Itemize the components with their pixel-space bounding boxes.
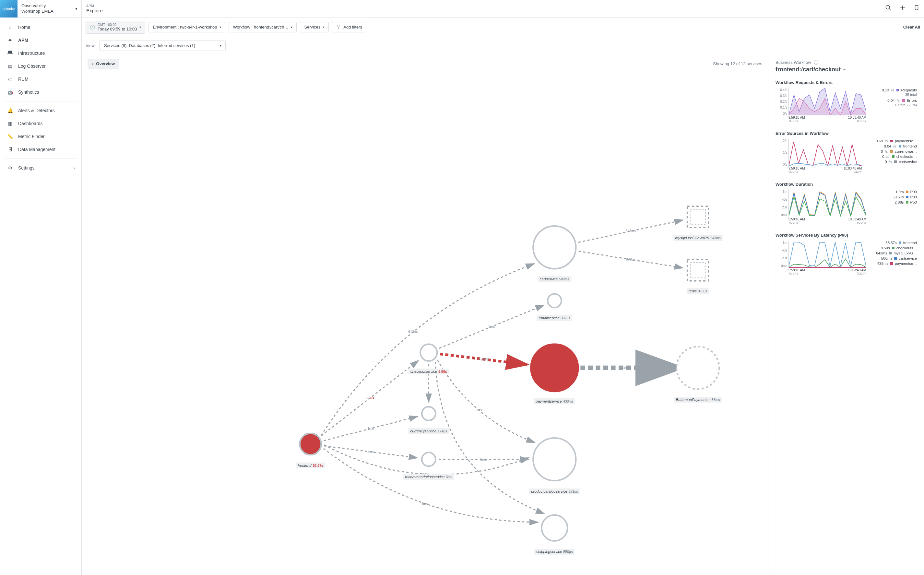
chart-canvas[interactable]: 1m40s20s0ms 9:59:10 AMTODAY 10:03:40 AMT… xyxy=(776,241,866,275)
y-axis: 1m40s20s0ms xyxy=(776,241,787,268)
edge-latency-label: 425ms xyxy=(479,357,489,361)
node-label-recommend: recommendationservice3ms xyxy=(403,474,454,480)
nav-item-alerts[interactable]: 🔔Alerts & Detectors xyxy=(0,104,81,117)
legend-item[interactable]: 0/scartservice xyxy=(865,160,917,164)
time-range: Today 09:59 to 10:03 xyxy=(98,27,137,32)
node-label-cart: cartservice500ms xyxy=(538,276,571,282)
view-select[interactable]: Services (9), Databases (2), Inferred se… xyxy=(99,41,226,51)
chevron-down-icon: ▾ xyxy=(220,44,221,47)
edge-checkout-productcat[interactable] xyxy=(437,360,534,442)
nav-item-apm[interactable]: ✳APM xyxy=(0,34,81,47)
view-select-value: Services (9), Databases (2), Inferred se… xyxy=(104,43,195,48)
environment-filter[interactable]: Environment : rwc-s4r-1-workshop ▾ xyxy=(148,22,225,32)
legend-item[interactable]: 53.57sfrontend xyxy=(869,241,917,245)
dash-icon: ▦ xyxy=(6,121,14,126)
edge-latency-label: 8.50s xyxy=(366,396,374,400)
workflow-filter[interactable]: Workflow : frontend:/cart/ch… ▾ xyxy=(229,22,297,32)
node-label-productcat: productcatalogservice271µs xyxy=(529,488,580,494)
legend-item[interactable]: 8.50scheckouts… xyxy=(869,246,917,250)
splunk-logo[interactable]: splunk> xyxy=(0,0,17,17)
chart-canvas[interactable]: 1m40s20s0ms 9:59:10 AMTODAY 10:03:40 AMT… xyxy=(776,190,866,224)
org-picker[interactable]: Observability Workshop EMEA ▾ xyxy=(17,0,82,17)
node-payment[interactable] xyxy=(532,345,577,391)
nav-item-dash[interactable]: ▦Dashboards xyxy=(0,117,81,130)
info-icon[interactable]: i xyxy=(814,60,818,65)
filter-icon xyxy=(336,24,341,30)
chart-canvas[interactable]: 2/s1/s0/s 9:59:10 AMTODAY 10:03:40 AMTOD… xyxy=(776,139,862,173)
svg-point-0 xyxy=(886,5,890,10)
node-currency[interactable] xyxy=(422,407,436,420)
chart-errsrc: Error Sources in Workflow 2/s1/s0/s 9:59… xyxy=(776,131,917,173)
nav-item-synth[interactable]: 🤖Synthetics xyxy=(0,86,81,98)
chart-title: Workflow Requests & Errors xyxy=(776,80,917,85)
edge-checkout-shipping[interactable] xyxy=(436,362,544,513)
y-axis: 0.4/s0.3/s0.2/s0.1/s0/s xyxy=(776,88,787,115)
showing-count: Showing 12 of 12 services xyxy=(713,61,762,66)
legend-item[interactable]: 53.57sP90 xyxy=(870,195,917,199)
edge-latency-label: 3ms xyxy=(476,408,482,412)
node-recommend[interactable] xyxy=(422,452,436,466)
overview-button[interactable]: ‹ Overview xyxy=(87,59,119,69)
node-label-shipping: shippingservice550µs xyxy=(534,549,574,554)
more-icon[interactable]: ⋯ xyxy=(843,67,846,71)
legend-item[interactable]: 0.04/sfrontend xyxy=(865,144,917,148)
service-map[interactable]: 8.50s613ms1ms4ms934µs4ms3ms425ms3ms643ms… xyxy=(82,70,768,575)
nav-item-label: Dashboards xyxy=(18,121,43,126)
nav-item-datamgmt[interactable]: 🗄Data Management xyxy=(0,143,81,156)
legend-item[interactable]: 500mscartservice xyxy=(869,256,917,260)
legend-item[interactable]: 643msmysql:LxvG… xyxy=(869,251,917,255)
chevron-right-icon: › xyxy=(73,165,75,170)
apm-icon: ✳ xyxy=(6,38,14,43)
nav-item-label: Log Observer xyxy=(18,64,46,69)
chart-legend: 0.13/sRequests35 total0.04/sErrors10 tot… xyxy=(870,88,917,122)
edge-latency-label: 978µs xyxy=(626,257,635,261)
bookmark-icon[interactable] xyxy=(914,5,919,13)
nav-item-label: Home xyxy=(18,25,30,30)
metric-icon: 📏 xyxy=(6,134,14,139)
nav-item-label: Infrastructure xyxy=(18,51,45,56)
nav-item-infra[interactable]: ᚙInfrastructure xyxy=(0,47,81,60)
chart-canvas[interactable]: 0.4/s0.3/s0.2/s0.1/s0/s 9:59:10 AMTODAY … xyxy=(776,88,866,122)
breadcrumb: APM Explore xyxy=(86,4,103,13)
clear-all-button[interactable]: Clear All xyxy=(903,25,920,30)
node-label-currency: currencyservice174µs xyxy=(409,428,449,434)
legend-item[interactable]: 0.69/spaymentse… xyxy=(865,139,917,143)
rum-icon: ▭ xyxy=(6,76,14,82)
chart-lat: Workflow Services By Latency (P90) 1m40s… xyxy=(776,233,917,275)
svg-rect-8 xyxy=(690,262,706,278)
services-filter[interactable]: Services ▾ xyxy=(300,22,329,32)
legend-item[interactable]: 0.13/sRequests xyxy=(870,88,917,92)
chart-legend: 1.0mP9953.57sP902.88sP50 xyxy=(870,190,917,224)
node-checkout[interactable] xyxy=(420,344,437,361)
nav-settings[interactable]: ⚙ Settings › xyxy=(0,161,81,175)
nav-item-label: APM xyxy=(18,38,28,43)
svg-point-5 xyxy=(304,438,317,450)
node-email[interactable] xyxy=(548,294,561,307)
node-productcat[interactable] xyxy=(533,438,576,481)
legend-item[interactable]: 0.04/sErrors xyxy=(870,98,917,102)
node-cart[interactable] xyxy=(533,226,576,269)
legend-item[interactable]: 0/scurrencyse… xyxy=(865,149,917,153)
breadcrumb-page: Explore xyxy=(86,8,103,13)
nav-item-label: Synthetics xyxy=(18,89,39,95)
legend-item[interactable]: 438mspaymentse… xyxy=(869,262,917,265)
overview-label: Overview xyxy=(96,61,115,66)
node-shipping[interactable] xyxy=(541,515,567,541)
node-bcup[interactable] xyxy=(677,346,719,389)
log-icon: ▤ xyxy=(6,64,14,69)
add-filters-button[interactable]: Add filters xyxy=(332,22,366,32)
nav-item-rum[interactable]: ▭RUM xyxy=(0,73,81,86)
search-icon[interactable] xyxy=(885,5,892,13)
main-area: 🕘 GMT +00:00 Today 09:59 to 10:03 ▾ Envi… xyxy=(82,17,924,575)
nav-item-metric[interactable]: 📏Metric Finder xyxy=(0,130,81,143)
chart-dur: Workflow Duration 1m40s20s0ms 9:59:10 AM… xyxy=(776,182,917,224)
service-map-area: ‹ Overview Showing 12 of 12 services 8.5… xyxy=(82,54,768,575)
nav-item-log[interactable]: ▤Log Observer xyxy=(0,60,81,73)
legend-item[interactable]: 1.0mP99 xyxy=(870,190,917,194)
node-label-mysql: mysql:LxvGChW075643ms xyxy=(673,235,722,241)
plus-icon[interactable] xyxy=(899,5,906,13)
nav-item-home[interactable]: ⌂Home xyxy=(0,21,81,34)
legend-item[interactable]: 0/scheckouts… xyxy=(865,155,917,159)
legend-item[interactable]: 2.88sP50 xyxy=(870,200,917,204)
timerange-picker[interactable]: 🕘 GMT +00:00 Today 09:59 to 10:03 ▾ xyxy=(86,21,145,34)
